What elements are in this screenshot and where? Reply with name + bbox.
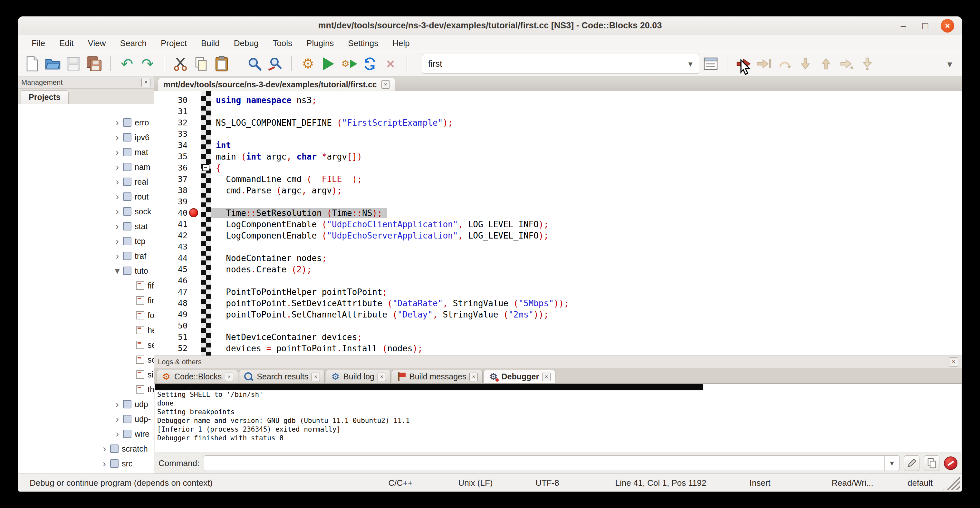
code-line-40[interactable]: 40 Time::SetResolution (Time::NS); <box>154 207 962 218</box>
chevron-right-icon[interactable]: › <box>111 414 123 424</box>
log-tab-search[interactable]: Search results× <box>239 370 325 383</box>
toolbar-overflow-button[interactable]: ▾ <box>943 58 957 70</box>
code-line-37[interactable]: 37 CommandLine cmd (__FILE__); <box>154 174 962 185</box>
save-button[interactable] <box>64 55 83 73</box>
close-icon[interactable]: × <box>542 373 550 381</box>
run-button[interactable] <box>320 55 337 73</box>
breakpoint-margin[interactable] <box>188 128 201 140</box>
new-file-button[interactable] <box>23 55 41 73</box>
chevron-down-icon[interactable]: ▾ <box>111 266 123 275</box>
chevron-right-icon[interactable]: › <box>99 459 110 468</box>
tree-item-erro[interactable]: ›erro <box>18 115 154 130</box>
build-button[interactable]: ⚙ <box>299 55 317 73</box>
breakpoint-icon[interactable] <box>189 208 198 217</box>
code-line-38[interactable]: 38 cmd.Parse (argc, argv); <box>154 185 962 196</box>
open-file-button[interactable] <box>44 55 62 73</box>
code-line-31[interactable]: 31 <box>154 106 962 117</box>
tree-item-wire[interactable]: ›wire <box>18 427 154 441</box>
code-line-50[interactable]: 50 <box>154 320 962 331</box>
breakpoint-margin[interactable] <box>188 320 201 331</box>
abort-button[interactable]: × <box>382 55 399 73</box>
chevron-right-icon[interactable]: › <box>111 400 123 409</box>
code-line-44[interactable]: 44 NodeContainer nodes; <box>154 252 962 264</box>
menu-item-edit[interactable]: Edit <box>52 37 81 50</box>
log-tab-codeblocks[interactable]: ⚙Code::Blocks× <box>157 370 238 383</box>
tree-item-mat[interactable]: ›mat <box>18 145 154 159</box>
log-tab-build[interactable]: ⚙Build log× <box>326 370 391 383</box>
next-instruction-button[interactable] <box>838 55 856 73</box>
menu-item-tools[interactable]: Tools <box>266 37 299 50</box>
code-line-35[interactable]: 35main (int argc, char *argv[]) <box>154 151 962 162</box>
menu-item-help[interactable]: Help <box>385 37 417 50</box>
tree-item-tcp[interactable]: ›tcp <box>18 234 154 248</box>
chevron-right-icon[interactable]: › <box>111 132 123 142</box>
code-line-39[interactable]: 39 <box>154 196 962 207</box>
close-icon[interactable]: × <box>225 373 233 381</box>
tree-item-fif[interactable]: fif <box>18 278 154 293</box>
undo-button[interactable]: ↶ <box>118 55 136 73</box>
tree-item-sock[interactable]: ›sock <box>18 204 154 219</box>
code-line-32[interactable]: 32NS_LOG_COMPONENT_DEFINE ("FirstScriptE… <box>154 117 962 128</box>
tree-item-stat[interactable]: ›stat <box>18 219 154 234</box>
close-icon[interactable]: × <box>312 373 320 381</box>
save-all-button[interactable] <box>85 55 103 73</box>
select-target-button[interactable] <box>702 55 720 73</box>
breakpoint-margin[interactable] <box>188 218 201 230</box>
cut-button[interactable] <box>172 55 189 73</box>
chevron-down-icon[interactable]: ▾ <box>884 456 899 471</box>
close-icon[interactable]: × <box>469 373 478 381</box>
close-icon[interactable]: × <box>382 80 390 89</box>
debugger-log[interactable]: Setting SHELL to '/bin/sh'doneSetting br… <box>155 384 961 453</box>
breakpoint-margin[interactable] <box>188 207 201 218</box>
tree-item-fo[interactable]: fo <box>18 308 154 323</box>
code-line-41[interactable]: 41 LogComponentEnable ("UdpEchoClientApp… <box>154 218 962 230</box>
breakpoint-margin[interactable] <box>188 151 201 162</box>
code-line-33[interactable]: 33 <box>154 128 962 140</box>
breakpoint-margin[interactable] <box>188 309 201 320</box>
next-line-button[interactable] <box>776 55 794 73</box>
rebuild-button[interactable] <box>361 55 379 73</box>
breakpoint-margin[interactable] <box>188 174 201 185</box>
close-button[interactable]: × <box>941 19 954 33</box>
debug-continue-button[interactable] <box>735 55 752 73</box>
step-into-button[interactable] <box>796 55 815 73</box>
breakpoint-margin[interactable] <box>188 140 201 151</box>
copy-log-button[interactable] <box>924 455 939 471</box>
copy-button[interactable] <box>192 55 210 73</box>
command-input[interactable]: ▾ <box>204 455 899 471</box>
breakpoint-margin[interactable] <box>188 117 201 128</box>
menu-item-settings[interactable]: Settings <box>341 37 385 50</box>
code-line-46[interactable]: 46 <box>154 275 962 286</box>
chevron-right-icon[interactable]: › <box>111 429 123 439</box>
menu-item-build[interactable]: Build <box>194 37 227 50</box>
title-bar[interactable]: mnt/dev/tools/source/ns-3-dev/examples/t… <box>18 16 962 35</box>
breakpoint-margin[interactable] <box>188 185 201 196</box>
breakpoint-margin[interactable] <box>188 230 201 241</box>
code-line-30[interactable]: 30using namespace ns3; <box>154 94 962 106</box>
menu-item-file[interactable]: File <box>24 37 52 50</box>
log-tab-messages[interactable]: Build messages× <box>392 370 483 383</box>
tree-item-real[interactable]: ›real <box>18 174 154 189</box>
breakpoint-margin[interactable] <box>188 298 201 309</box>
replace-button[interactable] <box>266 55 284 73</box>
step-out-button[interactable] <box>817 55 835 73</box>
code-line-52[interactable]: 52 devices = pointToPoint.Install (nodes… <box>154 342 962 354</box>
breakpoint-margin[interactable] <box>188 342 201 354</box>
code-line-36[interactable]: 36{ <box>154 162 962 174</box>
step-into-instruction-button[interactable] <box>858 55 876 73</box>
chevron-right-icon[interactable]: › <box>99 444 110 454</box>
chevron-right-icon[interactable]: › <box>111 118 123 127</box>
chevron-right-icon[interactable]: › <box>111 221 123 231</box>
code-line-43[interactable]: 43 <box>154 241 962 252</box>
tree-item-traf[interactable]: ›traf <box>18 248 154 263</box>
code-line-34[interactable]: 34int <box>154 140 962 151</box>
redo-button[interactable]: ↷ <box>138 55 157 73</box>
close-icon[interactable]: × <box>949 357 958 366</box>
tree-item-he[interactable]: he <box>18 323 154 338</box>
build-and-run-button[interactable]: ⚙ <box>340 55 358 73</box>
tree-item-udp[interactable]: ›udp <box>18 397 154 412</box>
tree-item-se[interactable]: se <box>18 352 154 367</box>
tree-item-ipv6[interactable]: ›ipv6 <box>18 130 154 145</box>
chevron-right-icon[interactable]: › <box>111 177 123 186</box>
minimize-button[interactable]: – <box>897 20 910 31</box>
